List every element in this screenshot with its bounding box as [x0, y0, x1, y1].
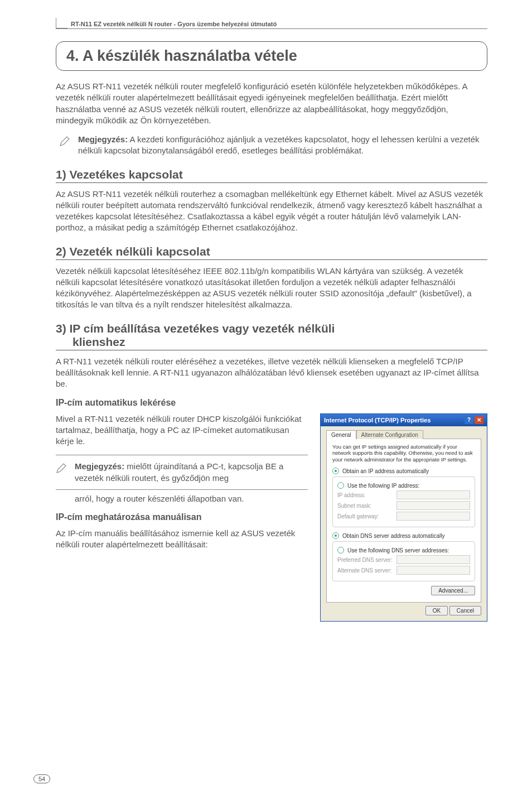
auto-ip-heading: IP-cím automatikus lekérése — [56, 398, 487, 408]
ok-button[interactable]: OK — [425, 606, 448, 615]
note-block-1: Megjegyzés: A kezdeti konfigurációhoz aj… — [56, 134, 487, 157]
help-icon[interactable]: ? — [465, 416, 473, 424]
pencil-icon — [56, 463, 67, 476]
dialog-title: Internet Protocol (TCP/IP) Properties — [324, 417, 431, 423]
dialog-tabs: General Alternate Configuration — [326, 430, 481, 439]
section-1-title: 1) Vezetékes kapcsolat — [56, 168, 487, 183]
label-ip-address: IP address: — [337, 492, 365, 498]
note-block-2: Megjegyzés: mielőtt újraindítaná a PC-t,… — [56, 461, 308, 484]
note2-label: Megjegyzés: — [75, 461, 124, 471]
section-1-body: Az ASUS RT-N11 vezeték nélküli routerhez… — [56, 189, 487, 234]
input-gateway[interactable] — [396, 512, 470, 521]
page-header: RT-N11 EZ vezeték nélküli N router - Gyo… — [56, 17, 487, 29]
radio-ip-manual[interactable] — [337, 482, 344, 489]
input-ip-address[interactable] — [396, 490, 470, 499]
label-dns-manual: Use the following DNS server addresses: — [347, 547, 449, 553]
note2-line2: arról, hogy a router készenléti állapotb… — [56, 493, 308, 504]
header-product-line: RT-N11 EZ vezeték nélküli N router - Gyo… — [71, 21, 277, 27]
section-3-body: A RT-N11 vezeték nélküli router eléréséh… — [56, 356, 487, 390]
close-icon[interactable]: ✕ — [475, 416, 483, 424]
manual-ip-body: Az IP-cím manuális beállításához ismerni… — [56, 528, 308, 551]
section-3-line2: klienshez — [56, 335, 487, 349]
radio-ip-auto[interactable] — [332, 468, 339, 474]
label-gateway: Default gateway: — [337, 513, 379, 519]
cancel-button[interactable]: Cancel — [449, 606, 481, 615]
section-3-title: 3) IP cím beállítása vezetékes vagy veze… — [56, 322, 487, 350]
label-dns-auto: Obtain DNS server address automatically — [342, 533, 444, 539]
book-icon — [56, 18, 67, 28]
manual-ip-heading: IP-cím meghatározása manuálisan — [56, 512, 308, 522]
section-3-line1: 3) IP cím beállítása vezetékes vagy veze… — [56, 322, 335, 335]
input-preferred-dns[interactable] — [396, 555, 470, 564]
radio-dns-auto[interactable] — [332, 532, 339, 539]
tab-alternate[interactable]: Alternate Configuration — [356, 430, 423, 439]
radio-dns-manual[interactable] — [337, 547, 344, 553]
advanced-button[interactable]: Advanced... — [431, 586, 475, 595]
chapter-title-box: 4. A készülék használatba vétele — [56, 41, 487, 71]
label-ip-auto: Obtain an IP address automatically — [342, 468, 429, 474]
label-alternate-dns: Alternate DNS server: — [337, 567, 391, 574]
intro-paragraph: Az ASUS RT-N11 vezeték nélküli router me… — [56, 81, 487, 126]
tcpip-properties-dialog: Internet Protocol (TCP/IP) Properties ? … — [320, 413, 487, 622]
tab-general[interactable]: General — [326, 430, 356, 439]
auto-ip-body: Mivel a RT-N11 vezeték nélküli router DH… — [56, 413, 308, 447]
section-2-title: 2) Vezeték nélküli kapcsolat — [56, 245, 487, 260]
section-2-body: Vezeték nélküli kapcsolat létesítéséhez … — [56, 266, 487, 311]
input-alternate-dns[interactable] — [396, 566, 470, 575]
dialog-description: You can get IP settings assigned automat… — [332, 444, 475, 464]
note1-label: Megjegyzés: — [78, 134, 128, 144]
note1-text: A kezdeti konfigurációhoz ajánljuk a vez… — [78, 134, 480, 155]
label-ip-manual: Use the following IP address: — [347, 483, 419, 489]
label-subnet-mask: Subnet mask: — [337, 503, 371, 509]
input-subnet-mask[interactable] — [396, 501, 470, 510]
pencil-icon — [59, 136, 70, 149]
divider — [56, 489, 308, 490]
dialog-titlebar: Internet Protocol (TCP/IP) Properties ? … — [321, 414, 487, 426]
label-preferred-dns: Preferred DNS server: — [337, 557, 393, 563]
chapter-title: 4. A készülék használatba vétele — [66, 47, 297, 64]
page-number: 54 — [33, 774, 50, 783]
divider — [56, 455, 308, 455]
